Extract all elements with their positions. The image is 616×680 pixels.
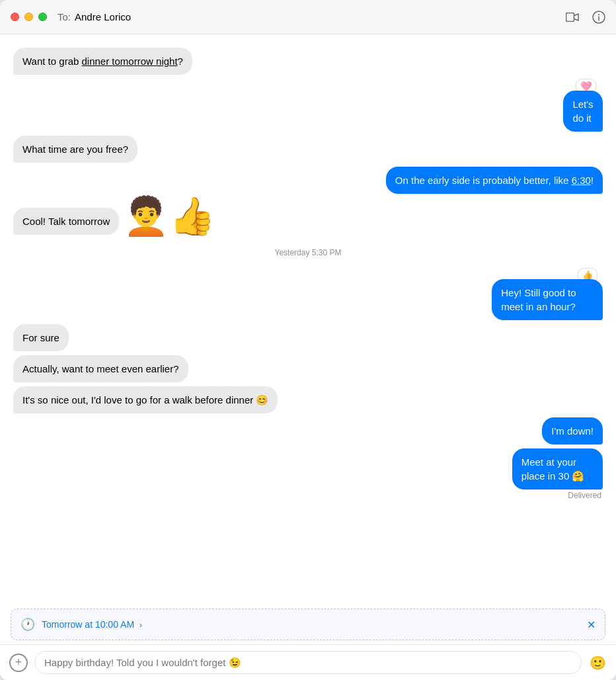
message-bubble: Want to grab dinner tomorrow night? — [13, 48, 192, 75]
chevron-icon: › — [139, 620, 142, 630]
svg-rect-0 — [566, 13, 574, 21]
message-row: Want to grab dinner tomorrow night? — [13, 48, 603, 75]
message-row: It's so nice out, I'd love to go for a w… — [13, 386, 603, 413]
message-bubble: It's so nice out, I'd love to go for a w… — [13, 386, 278, 413]
timestamp-divider: Yesterday 5:30 PM — [13, 248, 603, 257]
message-bubble: Meet at your place in 30 🤗 — [512, 448, 603, 489]
message-input[interactable] — [34, 651, 582, 674]
message-row: On the early side is probably better, li… — [13, 167, 603, 194]
contact-name: Andre Lorico — [75, 11, 131, 22]
scheduled-bar[interactable]: 🕐 Tomorrow at 10:00 AM › ✕ — [11, 609, 605, 640]
emoji-icon: 🙂 — [590, 655, 606, 671]
scheduled-time[interactable]: Tomorrow at 10:00 AM › — [42, 619, 142, 630]
underline-text: dinner tomorrow night — [82, 56, 178, 67]
message-bubble: Let's do it — [563, 91, 603, 132]
maximize-button[interactable] — [38, 13, 47, 21]
message-bubble: Actually, want to meet even earlier? — [13, 355, 188, 382]
underline-text: 6:30 — [572, 175, 591, 186]
message-row: Actually, want to meet even earlier? — [13, 355, 603, 382]
message-row: I'm down! — [13, 417, 603, 445]
add-attachment-button[interactable]: + — [9, 654, 28, 672]
message-row: Meet at your place in 30 🤗 — [463, 448, 603, 489]
message-bubble: Hey! Still good to meet in an hour? — [492, 279, 603, 320]
emoji-button[interactable]: 🙂 — [588, 654, 607, 672]
input-bar: + 🙂 — [0, 644, 616, 680]
title-bar: To: Andre Lorico — [0, 0, 616, 34]
message-bubble: For sure — [13, 324, 69, 351]
message-bubble: What time are you free? — [13, 136, 137, 163]
message-row: For sure — [13, 324, 603, 351]
info-icon[interactable] — [592, 11, 605, 24]
message-row: Hey! Still good to meet in an hour? — [432, 279, 603, 320]
close-button[interactable] — [11, 13, 19, 21]
svg-point-2 — [598, 14, 599, 15]
message-row: Let's do it — [542, 91, 603, 132]
clock-icon: 🕐 — [20, 617, 35, 632]
scheduled-close-button[interactable]: ✕ — [587, 618, 596, 631]
traffic-lights — [11, 13, 47, 21]
message-row: What time are you free? — [13, 136, 603, 163]
video-call-icon[interactable] — [566, 11, 579, 24]
message-bubble: On the early side is probably better, li… — [386, 167, 603, 194]
memoji-sticker: 🧑‍🦱👍 — [123, 198, 215, 235]
title-bar-actions — [566, 11, 605, 24]
message-row: Cool! Talk tomorrow 🧑‍🦱👍 — [13, 198, 603, 235]
message-bubble: Cool! Talk tomorrow — [13, 208, 119, 235]
delivered-label: Delivered — [568, 491, 601, 500]
message-bubble: I'm down! — [542, 417, 603, 445]
messages-window: To: Andre Lorico Want to grab d — [0, 0, 616, 680]
to-label: To: — [58, 11, 71, 22]
minimize-button[interactable] — [24, 13, 33, 21]
messages-area: Want to grab dinner tomorrow night? 🩷 Le… — [0, 34, 616, 605]
